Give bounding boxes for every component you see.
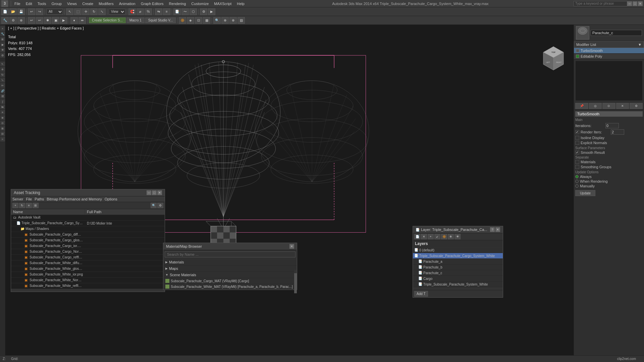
tb2-render3[interactable]: ⊡ xyxy=(195,17,202,24)
tb2-render2[interactable]: ◈ xyxy=(187,17,194,24)
navigation-cube[interactable]: TOP LEFT RIGHT xyxy=(540,45,567,72)
sb-array[interactable]: ⊞ xyxy=(0,126,5,131)
sb-open-curve[interactable]: ≈ xyxy=(0,137,5,141)
edpoly-vis-checkbox[interactable] xyxy=(576,55,579,58)
sb-motion[interactable]: ▶ xyxy=(0,42,5,47)
menu-maxscript[interactable]: MAXScript xyxy=(211,1,234,6)
align-btn[interactable]: ≡ xyxy=(163,8,170,15)
at-row-maps[interactable]: 📁Maps / Shaders xyxy=(11,226,165,232)
smooth-result-checkbox[interactable] xyxy=(575,150,579,155)
turbosm-vis-checkbox[interactable] xyxy=(576,49,579,52)
render-setup-btn[interactable]: ⚙ xyxy=(200,8,207,15)
manually-radio[interactable] xyxy=(575,184,579,188)
lw-hide-btn[interactable]: 👁 xyxy=(454,234,461,239)
materials-checkbox[interactable] xyxy=(575,160,579,164)
at-close-button[interactable]: ✕ xyxy=(157,190,162,195)
tb2-key-btn[interactable]: ♦ xyxy=(70,17,78,24)
tb2-render1[interactable]: 🔆 xyxy=(179,17,186,24)
close-button[interactable]: ✕ xyxy=(638,1,643,6)
sb-display[interactable]: 👁 xyxy=(0,48,5,52)
select-region-btn[interactable]: ⬚ xyxy=(74,8,82,15)
lw-row-parachute-a[interactable]: 📑 Parachute_a xyxy=(413,259,503,264)
sb-hierarchy[interactable]: ⊞ xyxy=(0,37,5,42)
lw-select-btn[interactable]: ↙ xyxy=(434,234,440,239)
at-menu-paths[interactable]: Paths xyxy=(35,197,44,201)
mb-close-button[interactable]: ✕ xyxy=(289,244,294,249)
sb-scale[interactable]: ⤡ xyxy=(0,78,5,82)
viewport-area[interactable]: [ + ] [ Perspective ] [ Realistic + Edge… xyxy=(5,25,574,362)
lw-row-triple[interactable]: 📑 Triple_Subscale_Parachute_System_White xyxy=(413,282,503,287)
lw-row-main[interactable]: 📑 Triple_Subscale_Parachute_Cargo_System… xyxy=(413,253,503,259)
search-input[interactable] xyxy=(574,1,627,6)
sb-rotate[interactable]: ↻ xyxy=(0,72,5,77)
mb-scrollbar-thumb[interactable] xyxy=(294,273,297,293)
modifier-turbosm[interactable]: TurboSmooth xyxy=(574,48,644,54)
sb-link[interactable]: 🔗 xyxy=(0,88,5,93)
sb-snap1[interactable]: ⊕ xyxy=(0,115,5,120)
view-select[interactable]: View xyxy=(109,9,125,15)
menu-rendering[interactable]: Rendering xyxy=(166,1,189,6)
lw-close-button[interactable]: ✕ xyxy=(495,227,500,232)
isoline-checkbox[interactable] xyxy=(575,136,579,140)
at-row-tex-8[interactable]: ▣Subscale_Parachute_White_Normal.png xyxy=(11,278,165,283)
at-menu-server[interactable]: Server xyxy=(12,197,23,201)
sb-modify[interactable]: 🔧 xyxy=(0,32,5,36)
at-row-tex-5[interactable]: ▣Subscale_Parachute_White_diffuse.png xyxy=(11,260,165,266)
at-filter-btn[interactable]: 🔍 xyxy=(151,203,157,208)
explicit-checkbox[interactable] xyxy=(575,141,579,145)
tb2-more4[interactable]: ▨ xyxy=(237,17,245,24)
at-add-btn[interactable]: + xyxy=(12,203,18,208)
render-iters-input[interactable] xyxy=(611,129,624,135)
save-btn[interactable]: 💾 xyxy=(17,8,25,15)
mb-search-input[interactable] xyxy=(165,251,296,257)
lw-help-button[interactable]: ? xyxy=(490,227,495,232)
modifier-editable-poly[interactable]: Editable Poly xyxy=(574,54,644,59)
at-minimize-button[interactable]: ─ xyxy=(147,190,151,195)
lw-new-layer-btn[interactable]: 📄 xyxy=(414,234,420,239)
mb-item-cargo[interactable]: Subscale_Parachute_Cargo_MAT (VRayMtl) [… xyxy=(163,278,297,284)
rotate-btn[interactable]: ↻ xyxy=(90,8,98,15)
sb-create[interactable]: + xyxy=(0,26,5,31)
redo-btn[interactable]: ↪ xyxy=(36,8,43,15)
sb-paint[interactable]: ✏ xyxy=(0,83,5,88)
tb2-btn4[interactable]: ↩ xyxy=(28,17,35,24)
show-end-result-btn[interactable]: ◎ xyxy=(589,103,602,109)
lw-row-parachute-c[interactable]: 📑 Parachute_c xyxy=(413,270,503,276)
at-row-tex-1[interactable]: ▣Subscale_Parachute_Cargo_glossines.png xyxy=(11,238,165,243)
iterations-input[interactable] xyxy=(605,123,619,128)
menu-graph-editors[interactable]: Graph Editors xyxy=(138,1,166,6)
create-selection-btn[interactable]: Create Selection S... xyxy=(89,17,126,23)
when-rendering-radio[interactable] xyxy=(575,180,579,183)
lw-freeze-btn[interactable]: ❄ xyxy=(448,234,454,239)
menu-help[interactable]: Help xyxy=(234,1,247,6)
menu-create[interactable]: Create xyxy=(79,1,96,6)
at-list-btn[interactable]: ≡ xyxy=(26,203,32,208)
at-row-tex-2[interactable]: ▣Subscale_Parachute_Cargo_ior.png xyxy=(11,243,165,249)
add-to-layer-btn[interactable]: Add T xyxy=(414,291,428,297)
lw-delete-btn[interactable]: ✕ xyxy=(421,234,427,239)
tb2-more3[interactable]: ⊕ xyxy=(229,17,237,24)
render-btn[interactable]: ▶ xyxy=(208,8,215,15)
menu-animation[interactable]: Animation xyxy=(116,1,138,6)
open-btn[interactable]: 📂 xyxy=(9,8,17,15)
angle-snap-btn[interactable]: ⌀ xyxy=(137,8,144,15)
render-iters-checkbox[interactable] xyxy=(575,130,579,134)
maximize-button[interactable]: □ xyxy=(633,1,637,6)
at-row-tex-4[interactable]: ▣Subscale_Parachute_Cargo_refflection.pn… xyxy=(11,255,165,260)
minimize-button[interactable]: ─ xyxy=(627,1,632,6)
tb2-play-btn[interactable]: ▶ xyxy=(60,17,67,24)
mb-scrollbar[interactable] xyxy=(294,270,297,290)
percent-snap-btn[interactable]: % xyxy=(145,8,152,15)
sb-move[interactable]: ✛ xyxy=(0,67,5,72)
tb2-btn2[interactable]: ⚙ xyxy=(9,17,17,24)
configure-modifier-btn[interactable]: ⚙ xyxy=(630,103,643,109)
mb-section-materials[interactable]: ▶ Materials xyxy=(163,259,297,265)
sb-select[interactable]: ↖ xyxy=(0,62,5,66)
layer-mgr-btn[interactable]: 📑 xyxy=(173,8,181,15)
at-row-tex-7[interactable]: ▣Subscale_Parachute_White_ior.png xyxy=(11,272,165,278)
at-row-vault[interactable]: 🗂Autodesk Vault xyxy=(11,215,165,221)
sb-unlink[interactable]: ⛓ xyxy=(0,94,5,99)
at-row-tex-9[interactable]: ▣Subscale_Parachute_White_refflection.pn… xyxy=(11,283,165,289)
at-row-tex-0[interactable]: ▣Subscale_Parachute_Cargo_diffuse.png xyxy=(11,232,165,238)
scale-btn[interactable]: ⤡ xyxy=(98,8,106,15)
